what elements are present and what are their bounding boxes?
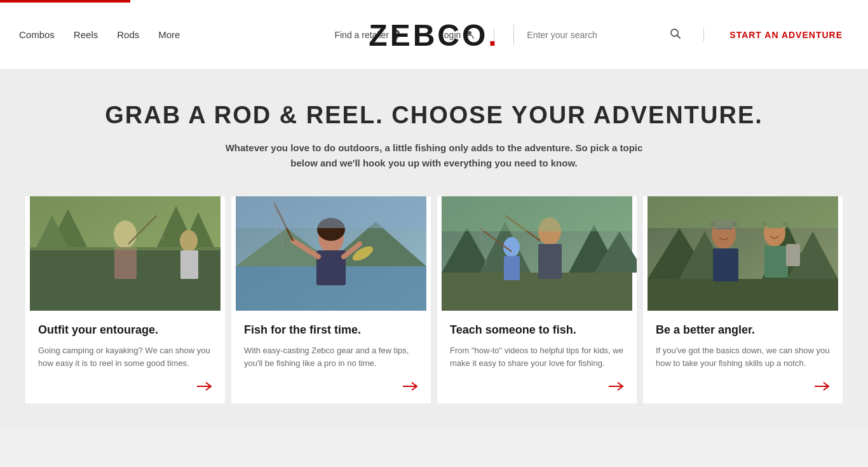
search-button[interactable] [667, 25, 684, 44]
svg-rect-38 [538, 244, 562, 279]
card-first-time-image [231, 196, 431, 311]
search-area [513, 25, 684, 44]
nav-more[interactable]: More [158, 29, 180, 40]
divider3 [703, 29, 704, 41]
hero-subheadline: Whatever you love to do outdoors, a litt… [212, 140, 656, 171]
svg-rect-23 [316, 250, 346, 285]
header: Combos Reels Rods More ZEBCO. Find a ret… [0, 0, 868, 70]
cards-grid: Outfit your entourage. Going camping or … [25, 196, 843, 403]
svg-line-2 [677, 36, 681, 39]
card-better-angler-text: If you've got the basics down, we can sh… [656, 344, 830, 369]
search-icon [670, 28, 681, 39]
logo-name: ZEBCO [369, 18, 488, 51]
card-better-angler-title: Be a better angler. [656, 323, 830, 337]
card-teach-title: Teach someone to fish. [450, 323, 624, 337]
svg-rect-61 [648, 196, 838, 228]
search-input[interactable] [527, 30, 667, 40]
logo-text: ZEBCO. [369, 18, 499, 51]
card-outfit-text: Going camping or kayaking? We can show y… [38, 344, 212, 369]
main-nav: Combos Reels Rods More [19, 29, 180, 40]
svg-rect-14 [180, 250, 198, 279]
card-better-angler[interactable]: Be a better angler. If you've got the ba… [643, 196, 843, 403]
card-first-time-text: With easy-casting Zebco gear and a few t… [244, 344, 418, 369]
card-better-angler-image [643, 196, 843, 311]
svg-rect-36 [442, 273, 632, 311]
svg-rect-15 [30, 196, 220, 250]
card-outfit-image [25, 196, 225, 311]
svg-rect-10 [114, 247, 137, 279]
nav-combos[interactable]: Combos [19, 29, 55, 40]
hero-headline: GRAB A ROD & REEL. CHOOSE YOUR ADVENTURE… [25, 102, 843, 129]
svg-rect-59 [764, 246, 788, 278]
progress-bar [0, 0, 130, 3]
card-teach-body: Teach someone to fish. From "how-to" vid… [437, 311, 637, 403]
svg-rect-55 [713, 248, 738, 281]
card-first-time-arrow[interactable] [244, 382, 418, 391]
nav-rods[interactable]: Rods [117, 29, 139, 40]
card-teach-arrow[interactable] [450, 382, 624, 391]
card-better-angler-body: Be a better angler. If you've got the ba… [643, 311, 843, 403]
svg-rect-60 [786, 244, 800, 266]
adventure-button[interactable]: START AN ADVENTURE [723, 30, 849, 40]
card-first-time-title: Fish for the first time. [244, 323, 418, 337]
logo-dot: . [488, 18, 499, 51]
card-teach-text: From "how-to" videos to helpful tips for… [450, 344, 624, 369]
svg-rect-29 [236, 196, 426, 228]
card-teach[interactable]: Teach someone to fish. From "how-to" vid… [437, 196, 637, 403]
svg-rect-51 [648, 279, 838, 311]
card-first-time[interactable]: Fish for the first time. With easy-casti… [231, 196, 431, 403]
card-first-time-body: Fish for the first time. With easy-casti… [231, 311, 431, 403]
card-better-angler-arrow[interactable] [656, 382, 830, 391]
logo[interactable]: ZEBCO. [369, 17, 499, 52]
card-outfit[interactable]: Outfit your entourage. Going camping or … [25, 196, 225, 403]
card-outfit-title: Outfit your entourage. [38, 323, 212, 337]
svg-rect-41 [504, 256, 520, 280]
card-teach-image [437, 196, 637, 311]
nav-reels[interactable]: Reels [74, 29, 98, 40]
svg-rect-44 [442, 196, 632, 231]
card-outfit-body: Outfit your entourage. Going camping or … [25, 311, 225, 403]
main-content: GRAB A ROD & REEL. CHOOSE YOUR ADVENTURE… [0, 70, 868, 429]
card-outfit-arrow[interactable] [38, 382, 212, 391]
